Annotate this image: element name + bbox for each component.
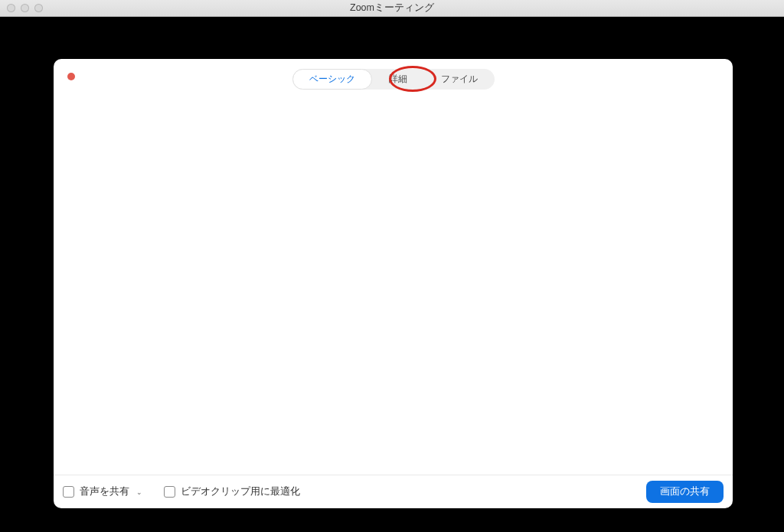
mac-titlebar: Zoomミーティング [0,0,784,17]
share-options-content [60,96,727,472]
share-screen-button[interactable]: 画面の共有 [646,481,724,503]
tab-advanced[interactable]: 詳細 [372,69,424,90]
window-title: Zoomミーティング [0,2,784,15]
share-audio-label: 音声を共有 [80,485,129,498]
share-screen-dialog: ベーシック 詳細 ファイル 音声を共有 ⌄ ビデオクリップ用に最適化 画面の共有 [54,59,733,508]
optimize-video-checkbox[interactable]: ビデオクリップ用に最適化 [164,485,300,498]
tab-files[interactable]: ファイル [424,69,495,90]
share-tab-group: ベーシック 詳細 ファイル [292,69,495,90]
optimize-video-label: ビデオクリップ用に最適化 [181,485,300,498]
checkbox-icon [164,486,175,498]
meeting-background: ベーシック 詳細 ファイル 音声を共有 ⌄ ビデオクリップ用に最適化 画面の共有 [0,17,784,532]
minimize-window-button[interactable] [21,4,29,12]
tab-basic[interactable]: ベーシック [292,69,372,90]
close-window-button[interactable] [7,4,15,12]
recording-indicator-icon [67,73,75,80]
share-audio-checkbox[interactable]: 音声を共有 ⌄ [63,485,142,498]
traffic-lights [0,4,43,12]
chevron-down-icon[interactable]: ⌄ [136,488,142,496]
checkbox-icon [63,486,74,498]
dialog-footer: 音声を共有 ⌄ ビデオクリップ用に最適化 画面の共有 [54,475,733,508]
maximize-window-button[interactable] [34,4,43,12]
